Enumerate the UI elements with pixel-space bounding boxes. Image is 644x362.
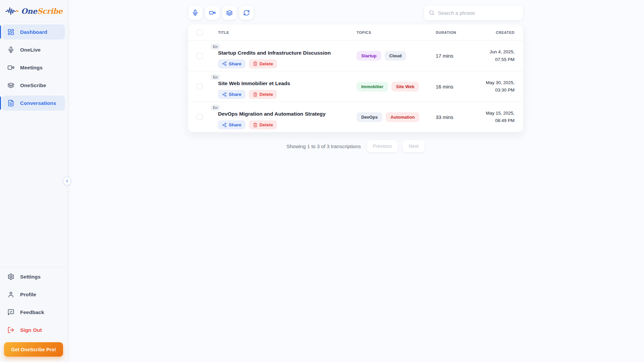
language-badge: En bbox=[211, 74, 220, 80]
sidebar-item-label: OneLive bbox=[20, 47, 41, 53]
sidebar-item-label: Dashboard bbox=[20, 29, 47, 35]
sidebar-item-meetings[interactable]: Meetings bbox=[2, 60, 65, 75]
search-input[interactable] bbox=[438, 10, 518, 16]
topic-pill: Site Web bbox=[391, 82, 419, 92]
user-icon bbox=[7, 291, 14, 298]
table-row: En Startup Credits and Infrastructure Di… bbox=[188, 41, 523, 71]
transcription-title[interactable]: DevOps Migration and Automation Strategy bbox=[218, 111, 326, 117]
topic-pill: Automation bbox=[386, 112, 419, 122]
sidebar-item-feedback[interactable]: Feedback bbox=[2, 305, 65, 320]
sidebar: OneScribe Dashboard OneLive Meetings One… bbox=[0, 0, 67, 362]
column-header-title: TITLE bbox=[218, 31, 357, 35]
trash-icon bbox=[253, 123, 258, 127]
sidebar-item-label: Profile bbox=[20, 292, 36, 298]
created-value: May 15, 2025, 08:49 PM bbox=[483, 110, 515, 125]
delete-button[interactable]: Delete bbox=[249, 120, 277, 129]
toolbar bbox=[188, 5, 523, 20]
share-button[interactable]: Share bbox=[218, 90, 246, 99]
sidebar-item-sign-out[interactable]: Sign Out bbox=[2, 322, 65, 338]
chevron-left-icon bbox=[65, 179, 69, 183]
sidebar-footer-nav: Settings Profile Feedback Sign Out bbox=[0, 267, 67, 338]
toolbar-actions bbox=[188, 6, 254, 20]
layers-icon bbox=[226, 9, 233, 16]
sidebar-item-label: Conversations bbox=[20, 100, 56, 106]
refresh-icon bbox=[243, 9, 250, 16]
waveform-logo-icon bbox=[5, 6, 19, 16]
layers-button[interactable] bbox=[222, 6, 236, 20]
sidebar-collapse-button[interactable] bbox=[63, 177, 71, 185]
layers-icon bbox=[7, 82, 14, 89]
column-header-topics: TOPICS bbox=[357, 31, 436, 35]
previous-page-button[interactable]: Previous bbox=[367, 140, 398, 152]
created-value: May 30, 2025, 03:30 PM bbox=[483, 79, 515, 94]
search-icon bbox=[429, 10, 435, 16]
created-value: Jun 4, 2025, 07:55 PM bbox=[483, 48, 515, 63]
duration-value: 33 mins bbox=[436, 114, 483, 120]
column-header-duration: DURATION bbox=[436, 31, 483, 35]
feedback-chat-check-icon bbox=[7, 309, 14, 316]
delete-button[interactable]: Delete bbox=[249, 90, 277, 99]
sidebar-item-settings[interactable]: Settings bbox=[2, 269, 65, 284]
sidebar-item-onelive[interactable]: OneLive bbox=[2, 42, 65, 57]
row-checkbox[interactable] bbox=[197, 53, 203, 59]
column-header-created: CREATED bbox=[483, 31, 515, 35]
main-content: TITLE TOPICS DURATION CREATED En Startup… bbox=[67, 0, 644, 152]
search-box[interactable] bbox=[424, 5, 523, 20]
table-row: En Site Web Immobilier et Leads Share De… bbox=[188, 71, 523, 102]
sidebar-item-label: Settings bbox=[20, 274, 41, 280]
topic-pill: DevOps bbox=[357, 112, 382, 122]
sidebar-item-label: Meetings bbox=[20, 65, 43, 71]
microphone-icon bbox=[7, 46, 14, 53]
refresh-button[interactable] bbox=[239, 6, 254, 20]
sign-out-icon bbox=[7, 326, 14, 334]
get-pro-button[interactable]: Get OneScribe Pro! bbox=[4, 342, 63, 357]
sidebar-item-dashboard[interactable]: Dashboard bbox=[2, 24, 65, 40]
share-icon bbox=[222, 92, 227, 97]
duration-value: 16 mins bbox=[436, 84, 483, 89]
sidebar-item-onescribe[interactable]: OneScribe bbox=[2, 78, 65, 93]
table-row: En DevOps Migration and Automation Strat… bbox=[188, 102, 523, 132]
video-camera-icon bbox=[7, 64, 14, 71]
microphone-icon bbox=[192, 9, 199, 16]
record-audio-button[interactable] bbox=[188, 6, 202, 20]
sidebar-item-label: Sign Out bbox=[20, 327, 42, 333]
row-checkbox[interactable] bbox=[197, 83, 203, 89]
trash-icon bbox=[253, 92, 258, 97]
transcriptions-table: TITLE TOPICS DURATION CREATED En Startup… bbox=[188, 24, 523, 132]
document-icon bbox=[7, 100, 14, 107]
brand-name: OneScribe bbox=[21, 7, 62, 15]
trash-icon bbox=[253, 61, 258, 66]
video-camera-icon bbox=[209, 9, 216, 16]
topic-pill: Startup bbox=[357, 51, 381, 61]
record-video-button[interactable] bbox=[205, 6, 219, 20]
table-header-row: TITLE TOPICS DURATION CREATED bbox=[188, 24, 523, 41]
gear-icon bbox=[7, 273, 14, 280]
dashboard-grid-icon bbox=[7, 28, 14, 36]
language-badge: En bbox=[211, 44, 220, 50]
brand-logo: OneScribe bbox=[0, 0, 67, 22]
share-button[interactable]: Share bbox=[218, 120, 246, 129]
duration-value: 17 mins bbox=[436, 53, 483, 59]
delete-button[interactable]: Delete bbox=[249, 59, 277, 68]
next-page-button[interactable]: Next bbox=[402, 140, 425, 152]
share-icon bbox=[222, 123, 227, 127]
pagination: Showing 1 to 3 of 3 transcriptions Previ… bbox=[188, 140, 523, 152]
pagination-summary: Showing 1 to 3 of 3 transcriptions bbox=[286, 143, 361, 149]
share-button[interactable]: Share bbox=[218, 59, 246, 68]
row-checkbox[interactable] bbox=[197, 114, 203, 120]
sidebar-nav: Dashboard OneLive Meetings OneScribe Con… bbox=[0, 22, 67, 111]
select-all-checkbox[interactable] bbox=[197, 29, 203, 36]
topic-pill: Cloud bbox=[385, 51, 407, 61]
transcription-title[interactable]: Site Web Immobilier et Leads bbox=[218, 80, 290, 86]
language-badge: En bbox=[211, 105, 220, 111]
topic-pill: Immobilier bbox=[357, 82, 388, 92]
sidebar-item-conversations[interactable]: Conversations bbox=[2, 96, 65, 111]
sidebar-item-label: Feedback bbox=[20, 309, 44, 315]
sidebar-item-label: OneScribe bbox=[20, 82, 46, 88]
transcription-title[interactable]: Startup Credits and Infrastructure Discu… bbox=[218, 50, 331, 56]
sidebar-item-profile[interactable]: Profile bbox=[2, 287, 65, 302]
share-icon bbox=[222, 61, 227, 66]
